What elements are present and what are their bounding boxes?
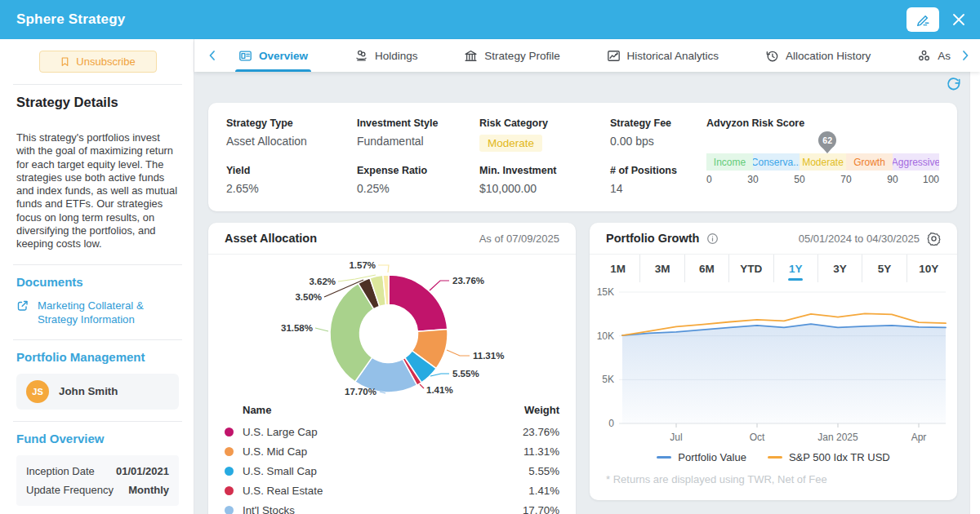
donut-leader-line (420, 384, 424, 388)
unsubscribe-button[interactable]: Unsubscribe (39, 51, 157, 73)
right-gutter (969, 39, 980, 514)
stat-value: 14 (610, 182, 700, 195)
manager-name: John Smith (59, 385, 118, 397)
period-1y[interactable]: 1Y (773, 255, 817, 282)
donut-percent-label: 17.70% (345, 387, 376, 397)
tab-historical-analytics[interactable]: Historical Analytics (604, 39, 723, 72)
overview-icon (238, 49, 252, 63)
stat-yield: Yield2.65% (226, 165, 357, 197)
stat-risk-category: Risk CategoryModerate (479, 117, 610, 152)
close-button[interactable] (951, 11, 967, 28)
period-3y[interactable]: 3Y (817, 255, 862, 282)
chart-legend: Portfolio ValueS&P 500 Idx TR USD (590, 451, 957, 463)
stat-value: 0.00 bps (610, 135, 700, 148)
donut-percent-label: 11.31% (473, 351, 504, 361)
risk-segment-moderate: Moderate (800, 153, 846, 171)
x-axis-label: Apr (911, 432, 927, 443)
period-3m[interactable]: 3M (639, 255, 684, 282)
allocation-table: Name Weight U.S. Large Cap23.76%U.S. Mid… (208, 401, 576, 514)
risk-scale-tick: 30 (747, 174, 758, 185)
legend-item-portfolio-value: Portfolio Value (657, 451, 746, 463)
donut-leader-line (315, 328, 328, 331)
tab-bar: OverviewHoldingsStrategy ProfileHistoric… (194, 39, 980, 72)
tab-holdings[interactable]: Holdings (351, 39, 421, 72)
period-5y[interactable]: 5Y (862, 255, 906, 282)
risk-score-gauge: 62 IncomeConserva...ModerateGrowthAggres… (706, 153, 939, 187)
risk-score-scale: 030507090100 (706, 174, 939, 187)
tab-as[interactable]: As (914, 39, 954, 72)
tab-label: Holdings (375, 50, 418, 62)
fund-overview-heading: Fund Overview (16, 432, 179, 445)
divider (13, 84, 182, 85)
area-fill-portfolio-value (622, 324, 946, 423)
stat-expense-ratio: Expense Ratio0.25% (357, 165, 479, 197)
stat-strategy-type: Strategy TypeAsset Allocation (226, 117, 357, 152)
risk-segment-aggressive: Aggressive (893, 153, 939, 171)
chevron-left-icon (206, 49, 219, 62)
tabs-scroll-left-button[interactable] (203, 46, 222, 65)
risk-scale-tick: 50 (794, 174, 804, 185)
chart-settings-button[interactable] (927, 232, 941, 246)
strategy-modal: Sphere Strategy Unsubscribe Strategy Det… (0, 0, 980, 514)
period-ytd[interactable]: YTD (728, 255, 773, 282)
asset-weight: 5.55% (528, 465, 559, 477)
table-row: U.S. Real Estate1.41% (225, 481, 559, 501)
y-axis-label: 5K (602, 374, 614, 385)
legend-dot-icon (225, 506, 234, 514)
donut-leader-line (378, 265, 389, 273)
pencil-edit-icon (915, 12, 931, 28)
refresh-button[interactable] (946, 77, 962, 93)
info-button[interactable] (706, 233, 719, 245)
gear-icon (927, 232, 941, 246)
legend-dot-icon (225, 428, 234, 436)
edit-button[interactable] (906, 7, 939, 32)
asset-weight: 23.76% (523, 426, 559, 438)
table-row: U.S. Small Cap5.55% (225, 461, 559, 481)
marketing-collateral-link[interactable]: Marketing Collateral & Strategy Informat… (16, 299, 179, 326)
asset-allocation-card: Asset Allocation As of 07/09/2025 23.76%… (208, 223, 576, 514)
strategy-stats: Strategy TypeAsset AllocationInvestment … (226, 117, 700, 197)
tabs-scroll-right-button[interactable] (956, 46, 975, 65)
stat-label: Min. Investment (479, 165, 610, 176)
tab-allocation-history[interactable]: Allocation History (762, 39, 874, 72)
legend-dash-icon (657, 456, 671, 459)
tab-label: Overview (259, 50, 308, 62)
portfolio-management-heading: Portfolio Management (16, 350, 179, 364)
donut-percent-label: 1.41% (426, 385, 453, 395)
legend-dot-icon (225, 486, 234, 495)
legend-dash-icon (768, 456, 782, 459)
period-10y[interactable]: 10Y (906, 255, 951, 282)
legend-item-s-p-500-idx-tr-usd: S&P 500 Idx TR USD (768, 451, 890, 463)
tab-label: Historical Analytics (627, 50, 719, 62)
period-1m[interactable]: 1M (596, 255, 639, 282)
donut-percent-label: 23.76% (452, 276, 484, 286)
fund-overview-table: Inception Date 01/01/2021 Update Frequen… (16, 455, 179, 506)
divider (13, 264, 182, 265)
period-6m[interactable]: 6M (684, 255, 728, 282)
asset-name: U.S. Mid Cap (243, 445, 523, 458)
tab-overview[interactable]: Overview (235, 39, 311, 72)
info-icon (706, 233, 719, 245)
tab-label: Strategy Profile (484, 50, 559, 62)
portfolio-manager-item[interactable]: JS John Smith (16, 374, 179, 410)
legend-dot-icon (225, 447, 234, 456)
asset-name: U.S. Small Cap (243, 465, 528, 477)
x-axis-label: Jan 2025 (817, 432, 858, 443)
stat-label: Strategy Type (226, 117, 357, 129)
asset-allocation-donut-chart: 23.76%11.31%5.55%1.41%17.70%31.58%3.50%3… (208, 255, 576, 401)
strategy-details-heading: Strategy Details (16, 95, 179, 110)
stat-value: $10,000.00 (479, 182, 610, 195)
donut-slice-u-s-large-cap (389, 275, 448, 331)
refresh-icon (946, 77, 962, 93)
donut-leader-line (430, 281, 449, 290)
sidebar: Unsubscribe Strategy Details This strate… (0, 39, 194, 514)
legend-label: S&P 500 Idx TR USD (789, 451, 890, 463)
portfolio-growth-title: Portfolio Growth (606, 232, 699, 245)
asset-name: U.S. Real Estate (243, 485, 528, 497)
allocation-history-icon (765, 49, 779, 63)
stat-value: Fundamental (357, 135, 479, 148)
tab-strategy-profile[interactable]: Strategy Profile (461, 39, 563, 72)
stat-label: Yield (226, 165, 357, 176)
stat-of-positions: # of Positions14 (610, 165, 700, 197)
risk-scale-tick: 70 (840, 174, 851, 185)
